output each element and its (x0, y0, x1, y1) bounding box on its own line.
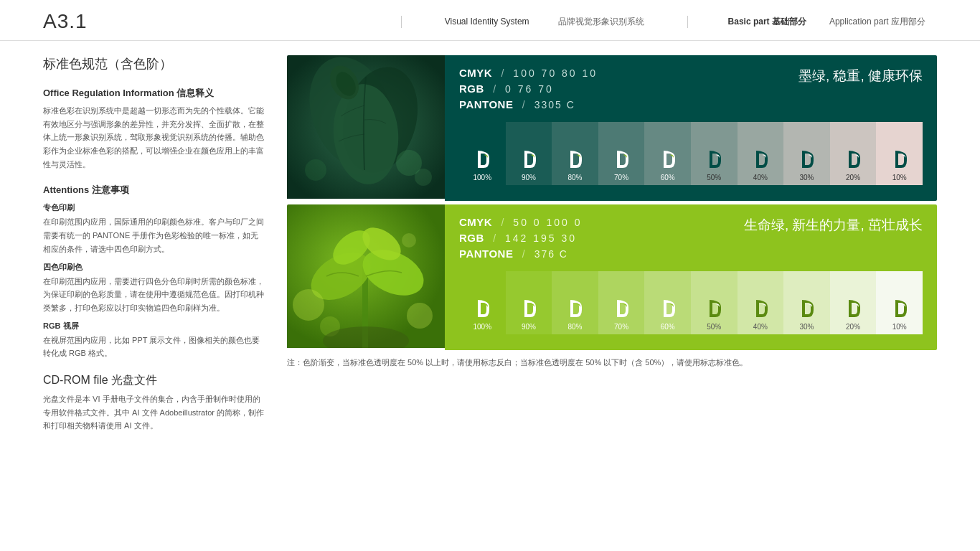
slash-2: / (493, 83, 496, 95)
pantone-label-2: PANTONE (459, 248, 513, 260)
rgb-label-1: RGB (459, 83, 484, 95)
swatch-percent-label: 20% (846, 174, 860, 182)
dark-green-pantone: PANTONE / 3305 C (459, 98, 598, 110)
header-vi-label: Visual Identity System (430, 17, 544, 27)
dark-green-photo (287, 55, 445, 201)
slash-4: / (501, 217, 504, 228)
swatch-percent-label: 70% (614, 323, 628, 331)
swatch-percent-label: 80% (567, 323, 582, 331)
cdrom-section: CD-ROM file 光盘文件 光盘文件是本 VI 手册电子文件的集合，内含手… (43, 373, 265, 433)
swatch-percent-label: 50% (707, 174, 721, 182)
footer-note: 注：色阶渐变，当标准色透明度在 50% 以上时，请使用标志反白；当标准色透明度在… (287, 356, 937, 369)
swatch-item: 10% (876, 271, 923, 334)
cmyk-label-2: CMYK (459, 216, 492, 228)
page-header: A3.1 Visual Identity System 品牌视觉形象识别系统 B… (0, 0, 980, 41)
main-content: 标准色规范（含色阶） Office Regulation Information… (0, 41, 980, 460)
swatch-percent-label: 30% (799, 323, 814, 331)
lime-green-cmyk: CMYK / 50 0 100 0 (459, 216, 583, 228)
svg-point-6 (305, 159, 326, 181)
svg-point-16 (407, 303, 433, 329)
slash-3: / (522, 99, 525, 110)
swatch-item: 100% (459, 122, 506, 185)
swatch-item: 10% (876, 122, 923, 185)
rgb-text: 在视屏范围内应用，比如 PPT 展示文件，图像相关的颜色也要转化成 RGB 格式… (43, 334, 265, 360)
lime-green-photo (287, 204, 445, 350)
swatch-percent-label: 60% (661, 323, 675, 331)
header-right: Basic part 基础部分 Application part 应用部分 (688, 16, 937, 28)
svg-point-18 (402, 233, 416, 248)
swatch-percent-label: 40% (753, 174, 768, 182)
attentions-section: Attentions 注意事项 专色印刷 在印刷范围内应用，国际通用的印刷颜色标… (43, 184, 265, 360)
swatch-item: 60% (644, 271, 691, 334)
dark-green-section: CMYK / 100 70 80 10 RGB / 0 76 70 PANTON… (287, 55, 937, 201)
swatch-item: 70% (598, 271, 645, 334)
dark-green-info: CMYK / 100 70 80 10 RGB / 0 76 70 PANTON… (445, 55, 937, 201)
swatch-item: 90% (506, 122, 552, 185)
swatch-percent-label: 30% (799, 174, 814, 182)
lime-green-tagline: 生命绿, 新生的力量, 茁壮成长 (744, 216, 923, 235)
lime-green-photo-inner (287, 204, 445, 350)
attentions-heading: Attentions 注意事项 (43, 184, 265, 197)
swatch-item: 50% (691, 122, 738, 185)
dark-green-swatches: 100%90%80%70%60%50%40%30%20%10% (459, 122, 923, 185)
special-print-heading: 专色印刷 (43, 202, 265, 213)
lime-green-pantone: PANTONE / 376 C (459, 248, 583, 260)
swatch-item: 90% (506, 271, 552, 334)
special-print-text: 在印刷范围内应用，国际通用的印刷颜色标准。客户与印厂之间需要有统一的 PANTO… (43, 215, 265, 255)
swatch-item: 20% (830, 122, 877, 185)
section-title: 标准色规范（含色阶） (43, 55, 265, 72)
swatch-percent-label: 10% (892, 323, 907, 331)
dark-green-rgb: RGB / 0 76 70 (459, 83, 598, 95)
svg-point-15 (293, 289, 324, 321)
rgb-values-1: 0 76 70 (505, 83, 554, 95)
office-text: 标准色彩在识别系统中是超越一切形态而为先的个性载体。它能有效地区分与强调形象的差… (43, 104, 265, 171)
swatch-item: 50% (691, 271, 738, 334)
light-leaf-svg (287, 204, 445, 348)
swatch-percent-label: 60% (661, 174, 675, 182)
swatch-item: 40% (738, 271, 784, 334)
right-panel: CMYK / 100 70 80 10 RGB / 0 76 70 PANTON… (287, 55, 937, 446)
cmyk-values-1: 100 70 80 10 (513, 67, 598, 79)
swatch-percent-label: 40% (753, 323, 768, 331)
lime-green-rgb: RGB / 142 195 30 (459, 232, 583, 244)
swatch-item: 80% (552, 271, 598, 334)
rgb-label-2: RGB (459, 232, 484, 244)
swatch-item: 80% (552, 122, 598, 185)
four-color-text: 在印刷范围内应用，需要进行四色分色印刷时所需的颜色标准，为保证印刷的色彩质量，请… (43, 275, 265, 315)
lime-green-section: CMYK / 50 0 100 0 RGB / 142 195 30 PANTO… (287, 204, 937, 350)
swatch-percent-label: 10% (892, 174, 907, 182)
office-regulation-section: Office Regulation Information 信息释义 标准色彩在… (43, 87, 265, 171)
four-color-heading: 四色印刷色 (43, 262, 265, 273)
swatch-percent-label: 90% (522, 323, 536, 331)
swatch-item: 100% (459, 271, 506, 334)
svg-point-5 (415, 169, 432, 186)
header-application-part[interactable]: Application part 应用部分 (818, 16, 937, 28)
dark-leaf-svg (287, 55, 445, 199)
slash-5: / (493, 232, 496, 244)
dark-green-tagline: 墨绿, 稳重, 健康环保 (798, 67, 923, 85)
slash-1: / (501, 67, 504, 79)
swatch-percent-label: 20% (846, 323, 860, 331)
header-brand-label: 品牌视觉形象识别系统 (544, 16, 659, 28)
dark-green-specs: CMYK / 100 70 80 10 RGB / 0 76 70 PANTON… (459, 67, 598, 110)
header-left: A3.1 (43, 10, 401, 33)
swatch-item: 30% (783, 122, 830, 185)
swatch-item: 20% (830, 271, 877, 334)
slash-6: / (522, 248, 525, 260)
left-panel: 标准色规范（含色阶） Office Regulation Information… (43, 55, 265, 446)
cmyk-label-1: CMYK (459, 67, 492, 79)
pantone-values-1: 3305 C (534, 99, 575, 110)
cdrom-heading: CD-ROM file 光盘文件 (43, 373, 265, 388)
cmyk-values-2: 50 0 100 0 (513, 217, 582, 228)
swatch-percent-label: 90% (522, 174, 536, 182)
dark-green-header-row: CMYK / 100 70 80 10 RGB / 0 76 70 PANTON… (459, 67, 923, 110)
swatch-item: 60% (644, 122, 691, 185)
header-basic-part[interactable]: Basic part 基础部分 (717, 16, 818, 28)
swatch-item: 30% (783, 271, 830, 334)
swatch-item: 70% (598, 122, 645, 185)
swatch-percent-label: 50% (707, 323, 721, 331)
dark-green-cmyk: CMYK / 100 70 80 10 (459, 67, 598, 79)
lime-green-specs: CMYK / 50 0 100 0 RGB / 142 195 30 PANTO… (459, 216, 583, 260)
header-center: Visual Identity System 品牌视觉形象识别系统 (401, 16, 688, 28)
dark-green-photo-inner (287, 55, 445, 201)
